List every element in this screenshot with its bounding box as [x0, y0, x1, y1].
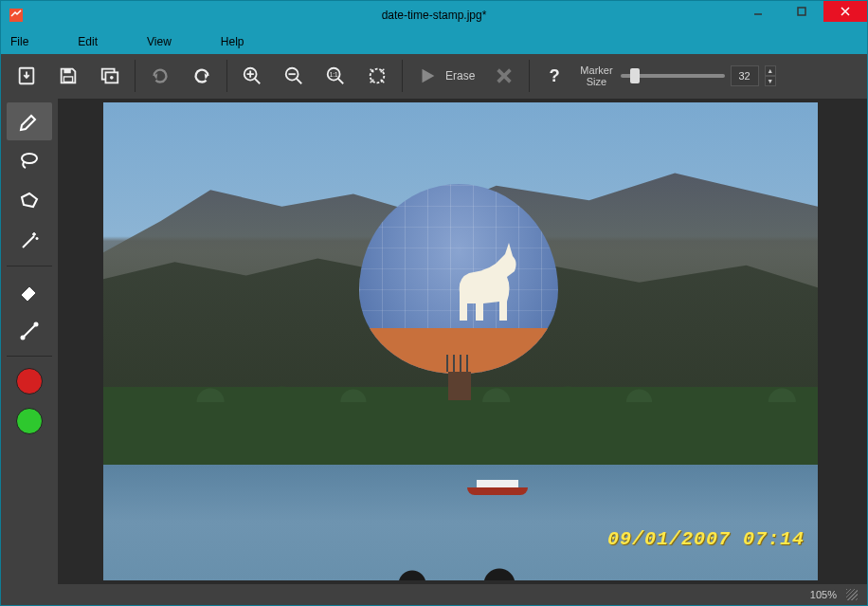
slider-thumb[interactable] — [630, 68, 640, 83]
svg-line-12 — [297, 79, 302, 84]
erase-label[interactable]: Erase — [445, 69, 475, 83]
zoom-actual-icon: 1:1 — [325, 65, 346, 86]
separator — [402, 60, 403, 92]
people-silhouette — [369, 556, 587, 580]
hot-air-balloon — [359, 184, 558, 412]
compare-icon — [99, 65, 120, 86]
line-icon — [18, 320, 41, 342]
zoom-out-icon — [283, 65, 304, 86]
marker-label-1: Marker — [580, 64, 612, 76]
lasso-icon — [18, 150, 41, 173]
marker-icon — [18, 110, 41, 133]
marker-size-input[interactable] — [731, 65, 759, 86]
svg-rect-4 — [63, 69, 70, 74]
play-icon — [417, 65, 438, 86]
zoom-in-icon — [242, 65, 262, 86]
cancel-button[interactable] — [484, 56, 524, 96]
original-view-button[interactable] — [90, 56, 130, 96]
red-swatch-icon — [16, 368, 43, 395]
svg-text:1:1: 1:1 — [330, 71, 338, 78]
undo-icon — [150, 65, 171, 86]
menu-edit[interactable]: Edit — [78, 35, 98, 48]
redo-button[interactable] — [182, 56, 222, 96]
green-swatch-icon — [16, 408, 43, 434]
menubar: File Edit View Help — [1, 29, 867, 54]
close-button[interactable] — [823, 1, 867, 22]
undo-button[interactable] — [140, 56, 180, 96]
boat — [467, 480, 528, 495]
save-button[interactable] — [48, 56, 88, 96]
spin-down-button[interactable]: ▼ — [765, 76, 776, 86]
marker-size-slider[interactable] — [621, 74, 725, 78]
boat-hull — [467, 487, 528, 495]
date-time-stamp: 09/01/2007 07:14 — [607, 528, 805, 550]
separator — [135, 60, 136, 92]
eraser-icon — [18, 280, 41, 303]
close-icon — [840, 6, 851, 17]
minimize-button[interactable] — [736, 1, 780, 22]
boat-cabin — [477, 480, 518, 487]
statusbar: 105% — [1, 584, 867, 605]
zoom-in-button[interactable] — [232, 56, 272, 96]
side-toolbar — [1, 99, 58, 584]
unicorn-icon — [441, 235, 545, 330]
separator — [226, 60, 227, 92]
zoom-actual-button[interactable]: 1:1 — [316, 56, 355, 96]
main-toolbar: 1:1 Erase ? Marker Size ▲ — [1, 54, 867, 100]
cancel-icon — [494, 65, 515, 86]
color-red-button[interactable] — [7, 362, 52, 400]
svg-line-14 — [338, 79, 344, 84]
help-button[interactable]: ? — [534, 56, 574, 96]
marker-size-spinner: ▲ ▼ — [765, 65, 776, 86]
minimize-icon — [752, 6, 764, 17]
marker-tool-button[interactable] — [7, 102, 52, 140]
menu-view[interactable]: View — [147, 35, 172, 48]
app-window: date-time-stamp.jpg* File Edit View Help — [0, 0, 868, 606]
titlebar: date-time-stamp.jpg* — [1, 1, 867, 29]
redo-icon — [191, 65, 212, 86]
open-button[interactable] — [7, 56, 46, 96]
marker-size-control: Marker Size ▲ ▼ — [580, 64, 775, 87]
svg-point-8 — [110, 76, 114, 80]
marker-size-label: Marker Size — [580, 64, 612, 87]
magic-wand-icon — [18, 230, 41, 252]
svg-line-10 — [255, 79, 261, 84]
menu-help[interactable]: Help — [221, 35, 244, 48]
workarea: 09/01/2007 07:14 — [1, 99, 867, 584]
canvas-area[interactable]: 09/01/2007 07:14 — [58, 99, 867, 584]
separator — [7, 356, 52, 357]
save-icon — [58, 65, 79, 86]
image-canvas[interactable]: 09/01/2007 07:14 — [103, 102, 818, 580]
separator — [7, 266, 52, 266]
magic-wand-button[interactable] — [7, 222, 52, 260]
maximize-button[interactable] — [780, 1, 823, 22]
balloon-basket — [448, 372, 471, 400]
zoom-fit-icon — [367, 65, 388, 86]
lasso-tool-button[interactable] — [7, 142, 52, 180]
polygon-icon — [18, 190, 41, 212]
balloon-envelope — [359, 184, 558, 374]
spin-up-button[interactable]: ▲ — [765, 65, 776, 76]
erase-run-button[interactable] — [407, 56, 447, 96]
help-icon: ? — [544, 65, 565, 86]
line-tool-button[interactable] — [7, 312, 52, 350]
maximize-icon — [796, 6, 807, 17]
app-icon — [9, 8, 24, 23]
separator — [529, 60, 530, 92]
zoom-level: 105% — [810, 589, 837, 600]
zoom-out-button[interactable] — [274, 56, 314, 96]
open-icon — [16, 65, 37, 86]
eraser-tool-button[interactable] — [7, 272, 52, 310]
polygon-tool-button[interactable] — [7, 182, 52, 220]
menu-file[interactable]: File — [10, 35, 28, 48]
svg-point-18 — [22, 154, 37, 163]
svg-text:?: ? — [550, 66, 560, 86]
window-controls — [736, 1, 867, 29]
svg-line-21 — [24, 325, 35, 337]
svg-rect-2 — [798, 8, 805, 15]
resize-grip[interactable] — [846, 589, 858, 600]
marker-label-2: Size — [580, 76, 612, 87]
svg-rect-5 — [63, 77, 72, 83]
color-green-button[interactable] — [7, 402, 52, 440]
zoom-fit-button[interactable] — [357, 56, 397, 96]
